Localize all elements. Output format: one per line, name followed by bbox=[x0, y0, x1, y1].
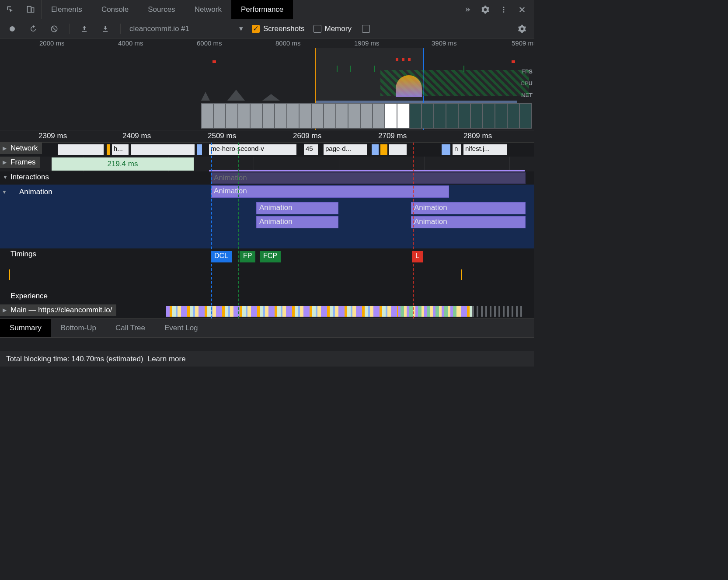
close-icon[interactable] bbox=[516, 3, 528, 16]
timings-label: Timings bbox=[10, 250, 36, 259]
screenshots-label: Screenshots bbox=[263, 24, 305, 33]
experience-track[interactable]: Experience bbox=[0, 290, 534, 304]
settings-icon[interactable] bbox=[479, 3, 491, 16]
frame-duration: 219.4 ms bbox=[108, 160, 138, 168]
flame-stripe[interactable] bbox=[166, 306, 525, 317]
svg-rect-0 bbox=[28, 6, 31, 12]
net-block[interactable] bbox=[131, 144, 195, 155]
network-track[interactable]: ▶ Network h... me-hero-second-v 45 page-… bbox=[0, 143, 534, 157]
frame-block[interactable]: 219.4 ms bbox=[52, 157, 194, 171]
animation-bar[interactable]: Animation bbox=[211, 185, 449, 198]
animation-bar[interactable]: Animation bbox=[411, 202, 526, 214]
more-tabs-icon[interactable] bbox=[461, 3, 473, 16]
frames-track-header[interactable]: ▶ Frames bbox=[0, 157, 40, 168]
upload-button[interactable] bbox=[78, 23, 91, 35]
tab-network[interactable]: Network bbox=[185, 0, 231, 19]
network-track-header[interactable]: ▶ Network bbox=[0, 143, 42, 154]
tab-bottom-up[interactable]: Bottom-Up bbox=[51, 319, 106, 337]
ruler-tick: 1909 ms bbox=[354, 39, 380, 47]
memory-checkbox[interactable]: Memory bbox=[313, 24, 352, 33]
checkbox-icon bbox=[362, 25, 370, 33]
experience-track-header[interactable]: Experience bbox=[0, 290, 52, 302]
total-blocking-time: Total blocking time: 140.70ms (estimated… bbox=[6, 355, 143, 363]
learn-more-link[interactable]: Learn more bbox=[148, 355, 186, 363]
ruler-tick: 4000 ms bbox=[118, 39, 143, 47]
frames-track[interactable]: ▶ Frames 219.4 ms bbox=[0, 157, 534, 171]
ruler-tick: 2709 ms bbox=[378, 132, 407, 140]
tab-elements[interactable]: Elements bbox=[42, 0, 92, 19]
interactions-header-row[interactable]: ▼ Interactions Animation bbox=[0, 171, 534, 185]
tab-console[interactable]: Console bbox=[92, 0, 138, 19]
animation-bar[interactable]: Animation bbox=[411, 216, 526, 228]
profile-name: cleancommit.io #1 bbox=[129, 24, 189, 33]
device-icon[interactable] bbox=[24, 3, 37, 16]
net-block[interactable] bbox=[389, 144, 407, 155]
interactions-track[interactable]: ▼ Animation Animation Animation Animatio… bbox=[0, 185, 534, 248]
svg-point-2 bbox=[503, 7, 505, 8]
animation-subheader[interactable]: ▼ Animation bbox=[9, 186, 57, 198]
screenshots-checkbox[interactable]: ✓ Screenshots bbox=[252, 24, 305, 33]
record-button[interactable] bbox=[6, 23, 18, 35]
timing-l-badge[interactable]: L bbox=[412, 251, 423, 262]
reload-button[interactable] bbox=[27, 23, 39, 35]
ruler-tick: 2409 ms bbox=[122, 132, 151, 140]
flame-stripe[interactable] bbox=[398, 306, 459, 317]
net-block[interactable] bbox=[380, 144, 387, 155]
net-block[interactable] bbox=[58, 144, 104, 155]
net-block[interactable]: nifest.j... bbox=[463, 144, 507, 155]
interactions-label: Interactions bbox=[10, 173, 49, 182]
net-block[interactable]: me-hero-second-v bbox=[209, 144, 296, 155]
tab-call-tree[interactable]: Call Tree bbox=[106, 319, 155, 337]
net-block[interactable] bbox=[372, 144, 379, 155]
net-block[interactable]: page-d... bbox=[324, 144, 367, 155]
overview-ruler: 2000 ms 4000 ms 6000 ms 8000 ms 1909 ms … bbox=[0, 38, 534, 48]
main-track-header[interactable]: ▶ Main — https://cleancommit.io/ bbox=[0, 304, 116, 316]
chevron-down-icon: ▾ bbox=[239, 24, 243, 33]
animation-label: Animation bbox=[19, 188, 52, 196]
net-block[interactable]: n bbox=[453, 144, 461, 155]
ruler-tick: 2000 ms bbox=[39, 39, 65, 47]
net-block[interactable] bbox=[197, 144, 202, 155]
svg-point-3 bbox=[503, 9, 505, 10]
experience-label: Experience bbox=[10, 292, 48, 300]
tab-event-log[interactable]: Event Log bbox=[155, 319, 208, 337]
checkbox-icon bbox=[313, 25, 321, 33]
timings-track[interactable]: Timings DCL FP FCP L bbox=[0, 248, 534, 290]
net-block[interactable]: 45 bbox=[304, 144, 318, 155]
timing-fcp-badge[interactable]: FCP bbox=[260, 251, 281, 262]
tab-summary[interactable]: Summary bbox=[0, 319, 51, 337]
timing-tick bbox=[461, 269, 462, 280]
timing-fp-badge[interactable]: FP bbox=[240, 251, 255, 262]
tab-performance[interactable]: Performance bbox=[231, 0, 293, 19]
net-block[interactable]: h... bbox=[112, 144, 129, 155]
kebab-icon[interactable] bbox=[498, 3, 510, 16]
net-block[interactable] bbox=[107, 144, 110, 155]
frames-label: Frames bbox=[10, 158, 36, 167]
ruler-tick: 6000 ms bbox=[197, 39, 222, 47]
heavy-activity bbox=[396, 58, 431, 97]
timings-track-header[interactable]: Timings bbox=[0, 248, 41, 260]
clear-button[interactable] bbox=[48, 23, 60, 35]
download-button[interactable] bbox=[99, 23, 111, 35]
net-block[interactable] bbox=[442, 144, 450, 155]
expand-icon: ▼ bbox=[3, 174, 8, 180]
animation-bar[interactable]: Animation bbox=[256, 216, 338, 228]
summary-tabs: Summary Bottom-Up Call Tree Event Log bbox=[0, 318, 534, 338]
detail-ruler[interactable]: 2309 ms 2409 ms 2509 ms 2609 ms 2709 ms … bbox=[0, 130, 534, 143]
extra-checkbox[interactable] bbox=[362, 25, 370, 33]
ruler-tick: 2609 ms bbox=[293, 132, 321, 140]
overview-timeline[interactable]: 2000 ms 4000 ms 6000 ms 8000 ms 1909 ms … bbox=[0, 38, 534, 130]
timing-dcl-badge[interactable]: DCL bbox=[211, 251, 232, 262]
animation-bar[interactable]: Animation bbox=[211, 172, 526, 184]
network-label: Network bbox=[10, 144, 38, 153]
gear-icon[interactable] bbox=[516, 23, 528, 35]
flame-stripe[interactable] bbox=[472, 306, 525, 317]
tab-sources[interactable]: Sources bbox=[138, 0, 185, 19]
interactions-track-header[interactable]: ▼ Interactions bbox=[0, 171, 53, 183]
main-label: Main — https://cleancommit.io/ bbox=[10, 306, 112, 314]
animation-bar[interactable]: Animation bbox=[256, 202, 338, 214]
inspect-icon[interactable] bbox=[4, 3, 17, 16]
main-track[interactable]: ▶ Main — https://cleancommit.io/ bbox=[0, 304, 534, 318]
profile-dropdown[interactable]: cleancommit.io #1 ▾ bbox=[129, 24, 243, 33]
ruler-tick: 2809 ms bbox=[463, 132, 492, 140]
